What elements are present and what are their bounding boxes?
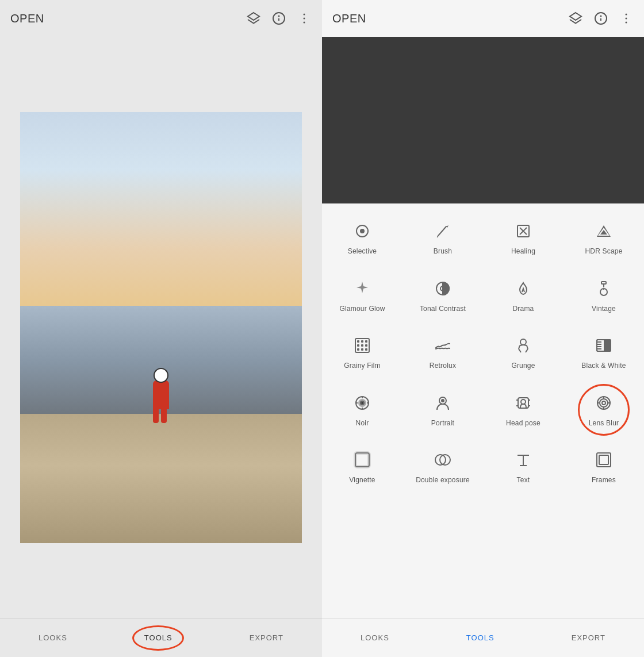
svg-rect-83 xyxy=(599,455,608,464)
glamour-glow-tool[interactable]: Glamour Glow xyxy=(322,269,402,322)
retrolux-label: Retrolux xyxy=(430,362,456,371)
frames-tool[interactable]: Frames xyxy=(564,440,644,493)
more-options-icon[interactable] xyxy=(297,11,312,26)
svg-rect-76 xyxy=(355,453,369,467)
lens-blur-tool[interactable]: Lens Blur xyxy=(564,383,644,436)
retrolux-icon xyxy=(431,334,454,357)
tool-row-2: Glamour Glow Tonal Contrast xyxy=(322,267,644,324)
svg-rect-31 xyxy=(361,340,363,343)
grainy-film-tool[interactable]: Grainy Film xyxy=(322,326,402,379)
svg-point-70 xyxy=(602,401,605,405)
selective-tool[interactable]: Selective xyxy=(322,212,402,264)
selective-icon xyxy=(351,220,374,243)
selective-label: Selective xyxy=(348,247,377,256)
svg-line-45 xyxy=(526,349,528,352)
svg-point-69 xyxy=(600,399,608,407)
grainy-film-icon xyxy=(351,334,374,357)
right-layers-icon[interactable] xyxy=(568,11,583,26)
figure-legs xyxy=(153,409,169,423)
left-open-button[interactable]: OPEN xyxy=(10,12,246,25)
layers-icon[interactable] xyxy=(246,11,261,26)
left-looks-tab[interactable]: LOOKS xyxy=(27,629,79,647)
drama-label: Drama xyxy=(512,305,534,314)
right-open-button[interactable]: OPEN xyxy=(332,12,568,25)
left-header-icons xyxy=(246,11,312,26)
noir-icon xyxy=(351,391,374,414)
info-icon[interactable] xyxy=(271,11,286,26)
head-pose-icon xyxy=(512,391,535,414)
svg-rect-35 xyxy=(365,344,367,347)
tool-row-3: Grainy Film Retrolux xyxy=(322,324,644,381)
svg-rect-36 xyxy=(357,348,359,351)
svg-marker-0 xyxy=(248,13,259,20)
svg-line-44 xyxy=(519,349,521,352)
sky-layer xyxy=(20,112,302,306)
drama-tool[interactable]: Drama xyxy=(483,269,564,322)
double-exposure-icon xyxy=(431,448,454,471)
text-icon xyxy=(512,448,535,471)
black-white-label: Black & White xyxy=(581,362,626,371)
double-exposure-tool[interactable]: Double exposure xyxy=(402,440,483,493)
portrait-label: Portrait xyxy=(431,419,454,428)
photo-frame xyxy=(20,112,302,543)
head-pose-tool[interactable]: Head pose xyxy=(483,383,564,436)
svg-point-55 xyxy=(362,402,363,404)
healing-icon xyxy=(512,220,535,243)
brush-label: Brush xyxy=(434,247,452,256)
figure-leg-left xyxy=(153,409,159,423)
vintage-label: Vintage xyxy=(592,305,616,314)
tools-grid: Selective Brush xyxy=(322,203,644,618)
grunge-tool[interactable]: Grunge xyxy=(483,326,564,379)
figure-leg-right xyxy=(161,409,167,423)
svg-point-6 xyxy=(304,22,305,24)
left-bottom-nav: LOOKS TOOLS EXPORT xyxy=(0,618,322,657)
right-bottom-nav: LOOKS TOOLS EXPORT xyxy=(322,618,644,657)
frames-icon xyxy=(592,448,615,471)
black-white-tool[interactable]: Black & White xyxy=(564,326,644,379)
right-info-icon[interactable] xyxy=(593,11,608,26)
frames-label: Frames xyxy=(592,476,616,485)
svg-marker-7 xyxy=(570,13,581,20)
left-export-tab[interactable]: EXPORT xyxy=(238,629,295,647)
right-more-options-icon[interactable] xyxy=(619,11,634,26)
tonal-contrast-label: Tonal Contrast xyxy=(420,305,466,314)
svg-marker-22 xyxy=(356,282,368,293)
hdr-scape-icon xyxy=(592,220,615,243)
svg-rect-75 xyxy=(355,453,369,467)
svg-point-61 xyxy=(441,399,444,402)
sand-layer xyxy=(20,414,302,543)
right-panel: OPEN xyxy=(322,0,644,657)
portrait-icon xyxy=(431,391,454,414)
vignette-tool[interactable]: Vignette xyxy=(322,440,402,493)
tonal-contrast-icon xyxy=(431,277,454,300)
portrait-tool[interactable]: Portrait xyxy=(402,383,483,436)
text-tool[interactable]: Text xyxy=(483,440,564,493)
right-export-tab[interactable]: EXPORT xyxy=(560,629,617,647)
svg-point-5 xyxy=(304,18,305,20)
tonal-contrast-tool[interactable]: Tonal Contrast xyxy=(402,269,483,322)
glamour-glow-icon xyxy=(351,277,374,300)
healing-label: Healing xyxy=(511,247,535,256)
right-tools-tab[interactable]: TOOLS xyxy=(455,629,506,647)
brush-tool[interactable]: Brush xyxy=(402,212,483,264)
left-panel: OPEN xyxy=(0,0,322,657)
svg-point-15 xyxy=(360,229,365,233)
head-pose-label: Head pose xyxy=(506,419,540,428)
noir-label: Noir xyxy=(356,419,369,428)
lens-blur-label: Lens Blur xyxy=(589,419,619,428)
vintage-tool[interactable]: Vintage xyxy=(564,269,644,322)
left-tools-tab[interactable]: TOOLS xyxy=(133,629,184,647)
svg-rect-32 xyxy=(365,340,367,343)
noir-tool[interactable]: Noir xyxy=(322,383,402,436)
dark-preview-area xyxy=(322,37,644,203)
svg-rect-30 xyxy=(357,340,359,343)
right-looks-tab[interactable]: LOOKS xyxy=(349,629,401,647)
double-exposure-label: Double exposure xyxy=(416,476,470,485)
right-header: OPEN xyxy=(322,0,644,37)
hdr-scape-tool[interactable]: HDR Scape xyxy=(564,212,644,264)
healing-tool[interactable]: Healing xyxy=(483,212,564,264)
grunge-label: Grunge xyxy=(511,362,535,371)
retrolux-tool[interactable]: Retrolux xyxy=(402,326,483,379)
figure-body xyxy=(153,381,169,409)
left-header: OPEN xyxy=(0,0,322,37)
